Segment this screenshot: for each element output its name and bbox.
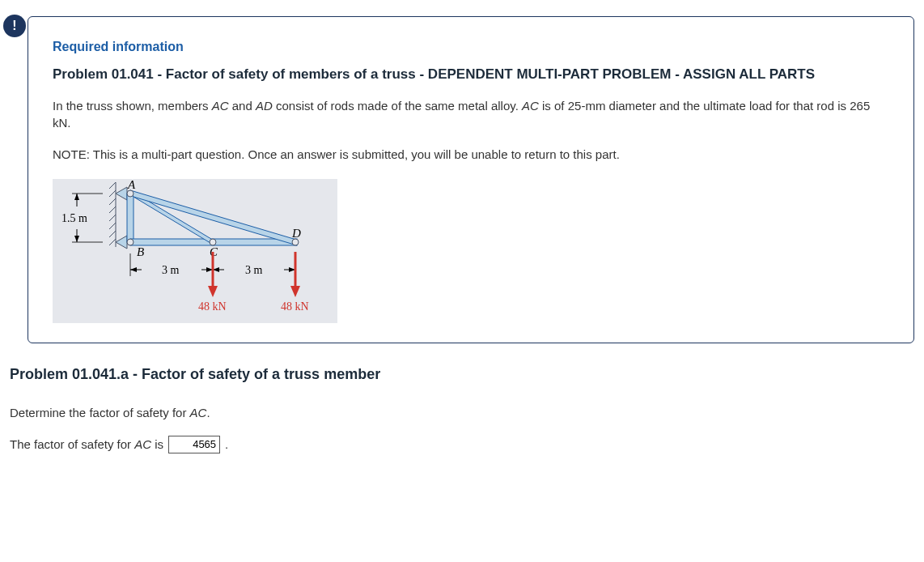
svg-line-6 [109,231,116,237]
subproblem-title: Problem 01.041.a - Factor of safety of a… [10,366,914,383]
ans-prefix: The factor of safety for [10,437,134,451]
svg-line-0 [109,182,116,189]
multipart-note: NOTE: This is a multi-part question. Onc… [53,146,889,163]
desc-text: and [229,99,256,113]
svg-marker-39 [290,286,300,297]
svg-marker-29 [130,267,137,272]
load2: 48 kN [281,300,309,313]
svg-line-4 [109,215,116,221]
q-ac: AC [190,406,207,419]
desc-ac2: AC [522,99,539,113]
svg-marker-20 [74,194,79,200]
problem-description: In the truss shown, members AC and AD co… [53,97,889,131]
svg-point-18 [292,239,299,245]
svg-line-5 [109,223,116,229]
label-a: A [127,179,136,191]
desc-ad: AD [256,99,273,113]
answer-line: The factor of safety for AC is . [10,436,914,453]
dim-span2: 3 m [245,264,263,276]
answer-input[interactable] [168,436,220,453]
svg-marker-14 [130,190,297,245]
svg-point-17 [210,239,216,245]
svg-line-2 [109,198,116,205]
desc-ac: AC [212,99,229,113]
svg-point-16 [127,239,134,245]
alert-icon: ! [3,15,26,37]
desc-text: consist of rods made of the same metal a… [273,99,522,113]
label-d: D [291,227,301,240]
ans-ac: AC [134,437,151,451]
svg-marker-37 [208,286,218,297]
desc-text: In the truss shown, members [53,99,212,113]
svg-line-1 [109,190,116,197]
svg-marker-10 [116,236,127,249]
question-text: Determine the factor of safety for AC. [10,406,914,419]
load1: 48 kN [198,300,227,313]
required-info-box: Required information Problem 01.041 - Fa… [28,16,914,343]
svg-line-3 [109,206,116,213]
dim-height: 1.5 m [61,212,87,224]
svg-marker-9 [116,187,127,200]
required-info-heading: Required information [53,40,889,54]
q-prefix: Determine the factor of safety for [10,406,190,419]
svg-marker-22 [74,236,79,242]
svg-line-7 [109,239,116,245]
problem-title: Problem 01.041 - Factor of safety of mem… [53,66,889,84]
svg-rect-11 [127,194,134,242]
q-suffix: . [206,406,210,419]
ans-mid: is [151,437,163,451]
truss-diagram: A B C D 1.5 m 3 m [53,179,337,323]
ans-suffix: . [225,437,228,451]
svg-point-15 [127,190,134,197]
label-b: B [137,245,144,258]
dim-span1: 3 m [162,264,180,276]
